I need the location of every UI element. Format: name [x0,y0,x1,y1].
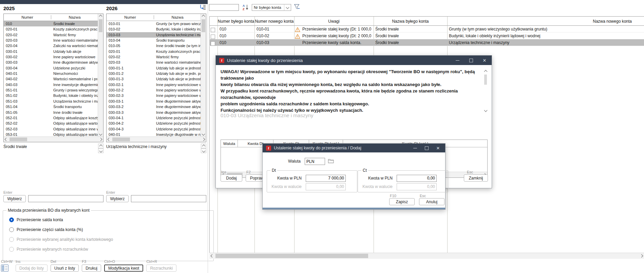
dialog-titlebar[interactable]: f Ustalenie stałej kwoty do przeniesieni… [263,144,445,152]
scroll-up-icon[interactable] [483,69,488,74]
list-item[interactable]: 030-02 Inne papiery wartościowe [4,54,98,60]
dialog-titlebar[interactable]: f Ustalenie stałej kwoty do przeniesieni… [216,56,492,65]
column-header-old-number[interactable]: Numer byłego konta [217,17,254,26]
add-button[interactable]: Dodaj [221,174,242,182]
list-item[interactable]: 040-01 Nieruchomości [4,71,98,76]
minimize-icon[interactable] [455,58,460,63]
minimize-icon[interactable] [413,146,417,150]
account-input-2026[interactable] [131,195,206,202]
scroll-right-icon[interactable] [639,253,644,259]
folder-lookup-icon[interactable] [328,158,334,165]
scroll-down-icon[interactable] [201,131,206,136]
list-item[interactable]: 040-03 Inne inwestycje długoterminow [4,82,98,87]
list-item[interactable]: 051-01 Grunty i prawa wieczystego u [4,87,98,93]
method-radio-option[interactable]: Przeniesienie części salda konta (%) [9,225,210,234]
column-header-numer[interactable]: Numer [4,15,51,19]
list-item[interactable]: 030-02-3 Inne papiery wartościowe w j [107,93,201,98]
list-item[interactable]: 052-01 Odpisy aktualizujące koszty za [4,115,98,121]
close-icon[interactable]: ✕ [482,58,487,63]
list-item[interactable]: 030-04-2 Udzielone pożyczki jednostko [107,121,201,126]
spin-down-icon[interactable] [98,148,103,153]
locate-in-list-icon[interactable] [200,4,206,10]
cancel-button[interactable]: Anuluj [419,198,444,205]
search-input[interactable] [209,4,239,11]
table-row[interactable]: 010 010-03 Przeniesienie kwoty salda kon… [209,39,644,46]
horizontal-scrollbar[interactable] [4,136,103,142]
column-header-nazwa[interactable]: Nazwa [51,15,98,19]
text-vertical-scrollbar[interactable] [483,69,488,112]
method-radio-option[interactable]: Przeniesienie wybranych rozrachunków [9,244,210,254]
organizer-icon[interactable] [1,265,8,272]
list-item[interactable]: 010-01 Grunty (w tym prawo wieczy [107,21,201,26]
list-item[interactable]: 030-01-2 Udziały lub akcje w jedn. pozo [107,71,201,76]
column-header-new-number[interactable]: Numer nowego konta [254,17,294,26]
list-item[interactable]: 020-03 Inne wartości niematerialne i p [4,38,98,43]
list-item[interactable]: 020-02 Wartość firmy [4,32,98,38]
maximize-icon[interactable] [424,146,429,150]
method-radio-option[interactable]: Przeniesienie salda konta [9,215,210,225]
list-item[interactable]: 030-03-1 Inne długoterminowe aktywa f [107,99,201,104]
scroll-right-icon[interactable] [201,137,206,142]
chevron-down-icon[interactable] [284,4,291,10]
list-item[interactable]: 030-04-3 Udzielone pożyczki jednostko [107,126,201,132]
list-item[interactable]: 052-02 Odpisy aktualizujące wartość [4,121,98,126]
list-item[interactable]: 010-02 Budynki, lokale i obiekty inżyn [107,26,201,32]
scroll-right-icon[interactable] [98,137,103,142]
list-item[interactable]: 030-04 Udzielone pożyczki [4,65,98,71]
filter-funnel-icon[interactable] [294,4,300,10]
account-input-2025[interactable] [28,195,103,202]
vertical-scrollbar[interactable] [201,14,206,136]
column-header-uwagi[interactable]: Uwagi [294,17,374,26]
list-item[interactable]: 053-01 Odpisy aktualizujące wartość [4,132,98,136]
list-item[interactable]: 020-03 Inne wartości niematerialne i p [107,60,201,65]
maximize-icon[interactable] [469,58,473,63]
list-item[interactable]: 040-01 Inwestycje długotrwałe w nier [107,132,201,136]
scroll-left-icon[interactable] [107,137,112,142]
list-item[interactable]: 010-04 Środki transportu [107,38,201,43]
list-item[interactable]: 030-01-3 Udziały lub akcje w jednostkac [107,76,201,82]
list-item[interactable]: 010-03 Urządzenia techniczne i masz [107,32,201,38]
list-item[interactable]: 030-04-1 Udzielone pożyczki jednostko [107,115,201,121]
scroll-down-icon[interactable] [483,108,488,112]
table-row[interactable]: 010 010-01 Przeniesienie stałej kwoty (D… [209,26,644,33]
toolbar-button[interactable]: Usuń z listy [51,265,79,272]
method-radio-option[interactable]: Przeniesienie wybranej analityki konta k… [9,234,210,244]
list-item[interactable]: 051-05 Inne środki trwałe [4,110,98,115]
list-item[interactable]: 030-03-3 Inne długoterminowe aktywa f [107,110,201,115]
row-checkbox[interactable] [211,28,215,32]
list-item[interactable]: 040-02 Wartości niematerialne i praw [4,76,98,82]
scrollbar-thumb[interactable] [112,138,130,141]
row-checkbox[interactable] [211,41,215,46]
list-item[interactable]: 030-03 Inne długoterminowe aktywa f [4,60,98,65]
list-item[interactable]: 020-02 Wartość firmy [107,54,201,60]
wybierz-button-2026[interactable]: Wybierz [106,195,129,202]
scroll-up-icon[interactable] [98,14,103,19]
list-item[interactable]: 051-02 Budynki, lokale i obiekty inżyni [4,93,98,98]
toolbar-button[interactable]: Dodaj do listy [16,265,48,272]
wybierz-button-2025[interactable]: Wybierz [3,195,26,202]
list-item[interactable]: 030-02-1 Inne papiery wartościowe w j [107,82,201,87]
list-item[interactable]: 020-01 Koszty zakończonych prac ro [4,26,98,32]
sort-field-dropdown[interactable]: Nr byłego konta [252,4,291,11]
list-item[interactable]: 010-05 Inne środki trwałe (w tym inw [107,43,201,48]
scrollbar-thumb[interactable] [484,75,487,85]
spin-up-icon[interactable] [201,144,206,148]
scroll-left-icon[interactable] [209,253,215,259]
list-item[interactable]: 020-04 Zaliczki na wartości niemateri [4,43,98,48]
scroll-up-icon[interactable] [201,14,206,19]
row-checkbox[interactable] [211,35,215,39]
scrollbar-thumb[interactable] [215,254,368,258]
column-header-nazwa[interactable]: Nazwa [154,15,201,19]
ct-kwota-pln-input[interactable] [397,175,437,182]
close-icon[interactable]: ✕ [436,146,440,150]
dt-kwota-pln-input[interactable] [306,175,346,182]
toolbar-button[interactable]: Modyfikacja kwot [104,265,143,272]
scrollbar-thumb[interactable] [202,19,205,32]
column-header-old-name[interactable]: Nazwa byłego konta [374,17,447,26]
table-row[interactable]: 010 010-02 Przeniesienie stałej kwoty (D… [209,33,644,39]
column-header-new-name[interactable]: Nazwa nowego konta [447,17,632,26]
save-button[interactable]: Zapisz [389,198,415,205]
list-item[interactable]: 010 Środki trwałe [4,21,98,26]
list-item[interactable]: 030-01 Udziały lub akcje [4,49,98,54]
horizontal-scrollbar[interactable] [107,136,206,142]
